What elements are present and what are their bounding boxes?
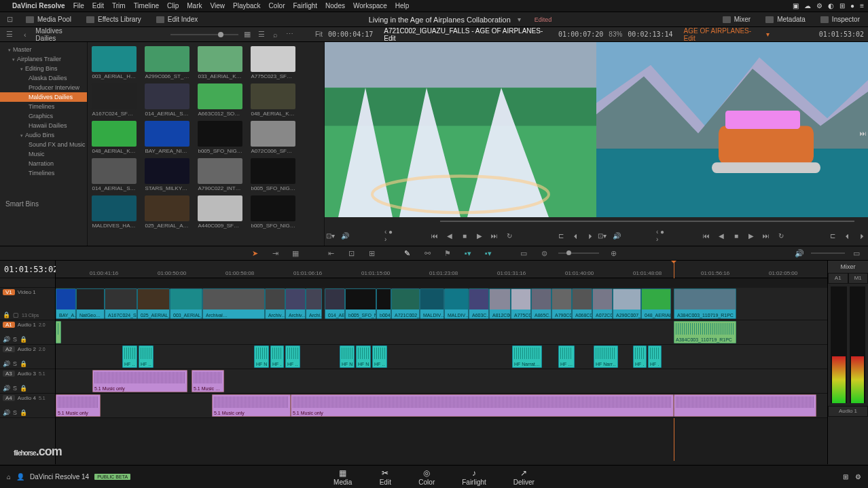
- razor-icon[interactable]: ✎: [401, 248, 413, 259]
- menu-edit[interactable]: Edit: [92, 2, 104, 10]
- timeline-video-clip[interactable]: A812C006…: [489, 288, 511, 319]
- audio-track-1[interactable]: A384C003_110719_R1PC: [56, 320, 827, 345]
- inspector-toggle[interactable]: Inspector: [816, 14, 864, 24]
- video-track-1[interactable]: BAY_A…NatGeo…A167C024_SF…025_AERIAL_A…00…: [56, 288, 827, 320]
- clip-thumbnail[interactable]: 014_AERIAL_SFO: [145, 83, 189, 117]
- metadata-toggle[interactable]: Metadata: [761, 14, 810, 24]
- audio-track-3[interactable]: 5.1 Music only5.1 Music …: [56, 369, 827, 394]
- menu-mark[interactable]: Mark: [187, 2, 202, 10]
- media-pool-toggle[interactable]: Media Pool: [22, 14, 75, 24]
- project-chevron-icon[interactable]: ▾: [518, 16, 521, 23]
- menu-nodes[interactable]: Nodes: [325, 2, 345, 10]
- bin-back-icon[interactable]: ‹: [20, 29, 30, 40]
- menu-help[interactable]: Help: [395, 2, 410, 10]
- match-frame-icon[interactable]: ‹ ● ›: [384, 230, 395, 241]
- clip-thumbnail[interactable]: b005_SFO_NIGHT_LIGH…: [198, 121, 242, 154]
- last-frame-icon[interactable]: ⏭: [761, 230, 772, 241]
- insert-icon[interactable]: ⇤: [325, 248, 337, 259]
- bin-list-icon[interactable]: ☰: [4, 29, 14, 40]
- timeline-audio-clip[interactable]: HF Narr…: [594, 345, 618, 368]
- timeline-audio-clip[interactable]: HF Narrat…: [512, 345, 542, 368]
- track-header-a1[interactable]: A1Audio 12.0 🔊S🔒: [0, 320, 55, 345]
- bin-node[interactable]: Audio Bins: [0, 130, 87, 140]
- menu-playback[interactable]: Playback: [233, 2, 261, 10]
- bin-node[interactable]: Graphics: [0, 111, 87, 121]
- solo-icon[interactable]: S: [13, 336, 17, 343]
- page-tab-fairlight[interactable]: ♪Fairlight: [462, 468, 486, 486]
- active-timeline-name[interactable]: AGE OF AIRPLANES- Edit: [684, 27, 761, 42]
- timeline-video-clip[interactable]: Archiv…: [285, 288, 306, 319]
- viewer-mode-icon[interactable]: ⊡▾: [596, 230, 607, 241]
- snap-icon[interactable]: ▭: [518, 248, 530, 259]
- marker-blue-icon[interactable]: ▪▾: [462, 248, 474, 259]
- viewer-zoom[interactable]: 83%: [609, 31, 622, 38]
- clip-thumbnail[interactable]: 025_AERIAL_ALASKA_S…: [145, 195, 189, 229]
- bin-node[interactable]: Sound FX and Music: [0, 140, 87, 149]
- clip-thumbnail[interactable]: STARS_MILKYWAY: [145, 158, 189, 191]
- timeline-audio-clip[interactable]: 5.1 Music …: [192, 370, 224, 392]
- overwrite-icon[interactable]: ⊡: [345, 248, 357, 259]
- play-icon[interactable]: ▶: [746, 230, 757, 241]
- mute-timeline-icon[interactable]: 🔊: [793, 248, 806, 259]
- track-header-v1[interactable]: V1Video 1 🔒▢13 Clips: [0, 288, 55, 320]
- mute-icon[interactable]: 🔊: [340, 230, 350, 241]
- link-sel-icon[interactable]: ⊜: [538, 248, 550, 259]
- timeline-ruler[interactable]: 01:00:41:1601:00:50:0001:00:58:0801:01:0…: [56, 261, 827, 278]
- bin-node[interactable]: Timelines: [0, 168, 87, 178]
- clip-thumbnail[interactable]: A167C024_SFO_RAMP…: [92, 83, 137, 117]
- viewer-mode-icon[interactable]: ⊡▾: [325, 230, 336, 241]
- play-reverse-icon[interactable]: ◀: [716, 230, 727, 241]
- clip-thumbnail[interactable]: A440C009_SFO_LUFT_S…: [198, 195, 242, 229]
- timeline-audio-clip[interactable]: HF …: [270, 345, 284, 368]
- selection-tool-icon[interactable]: ➤: [249, 248, 261, 259]
- track-header-a2[interactable]: A2Audio 22.0 🔊S🔒: [0, 345, 55, 369]
- first-frame-icon[interactable]: ⏮: [701, 230, 712, 241]
- timeline-video-clip[interactable]: Archival…: [202, 288, 265, 319]
- clip-thumbnail[interactable]: 014_AERIAL_SFO_02: [92, 158, 137, 191]
- timeline-video-clip[interactable]: MALDIV…: [444, 288, 469, 319]
- replace-icon[interactable]: ⊞: [365, 248, 378, 259]
- clip-thumbnail[interactable]: A663C012_SOUTH_POL…: [198, 83, 242, 117]
- menu-file[interactable]: File: [73, 2, 84, 10]
- timeline-audio-clip[interactable]: HF …: [372, 345, 387, 368]
- clip-thumbnail[interactable]: 048_AERIAL_KENYA_07…: [251, 83, 295, 117]
- timeline-audio-clip[interactable]: HF …: [122, 345, 137, 368]
- smart-bins-header[interactable]: Smart Bins: [0, 198, 87, 210]
- timeline-audio-clip[interactable]: 5.1 Music only: [92, 370, 187, 392]
- mixer-ch-m1[interactable]: M1: [848, 273, 869, 284]
- play-icon[interactable]: ▶: [474, 230, 485, 241]
- clip-thumbnail[interactable]: A775C023_SFO_CHINA…: [251, 46, 295, 79]
- marker-blue2-icon[interactable]: ▪▾: [482, 248, 494, 259]
- clip-thumbnail[interactable]: 033_AERIAL_KENYA_YE…: [198, 46, 242, 79]
- timeline-video-clip[interactable]: A790C0…: [551, 288, 572, 319]
- timeline-video-clip[interactable]: BAY_A…: [56, 288, 76, 319]
- audio-track-4[interactable]: 5.1 Music only5.1 Music only5.1 Music on…: [56, 394, 827, 418]
- bin-node[interactable]: Producer Interview: [0, 83, 87, 92]
- timeline-video-clip[interactable]: A603C…: [469, 288, 489, 319]
- menu-clip[interactable]: Clip: [167, 2, 179, 10]
- timeline-audio-clip[interactable]: HF N…: [254, 345, 269, 368]
- trim-tool-icon[interactable]: ⇥: [269, 248, 281, 259]
- match-frame-icon[interactable]: ‹ ● ›: [656, 230, 667, 241]
- next-mark-icon[interactable]: ⏵: [857, 230, 868, 241]
- blade-tool-icon[interactable]: ▦: [289, 248, 302, 259]
- clip-thumbnail[interactable]: MALDIVES_HALF_IN_HA…: [92, 195, 137, 229]
- menu-fairlight[interactable]: Fairlight: [293, 2, 318, 10]
- mark-in-icon[interactable]: ⊏: [556, 230, 566, 241]
- timeline-video-clip[interactable]: 003_AERIAL_HA…: [170, 288, 202, 319]
- play-reverse-icon[interactable]: ◀: [444, 230, 455, 241]
- clip-thumbnail[interactable]: 048_AERIAL_KENYA_07…: [92, 121, 137, 154]
- clip-thumbnail[interactable]: b005_SFO_NIGHT_LIGH…: [251, 158, 295, 191]
- loop-icon[interactable]: ↻: [776, 230, 786, 241]
- bin-node[interactable]: Alaska Dailies: [0, 73, 87, 83]
- menu-timeline[interactable]: Timeline: [134, 2, 159, 10]
- next-edit-icon[interactable]: ⏭: [860, 130, 867, 137]
- view-list-icon[interactable]: ☰: [256, 29, 267, 40]
- bin-node[interactable]: Master: [0, 45, 87, 54]
- timeline-audio-clip[interactable]: HF N…: [340, 345, 355, 368]
- thumbnail-size-slider[interactable]: [170, 34, 238, 35]
- mixer-ch-a1[interactable]: A1: [828, 273, 848, 284]
- timeline-video-clip[interactable]: Archi…: [306, 288, 322, 319]
- link-icon[interactable]: ⚯: [421, 248, 433, 259]
- timeline-audio-clip[interactable]: HF N…: [356, 345, 371, 368]
